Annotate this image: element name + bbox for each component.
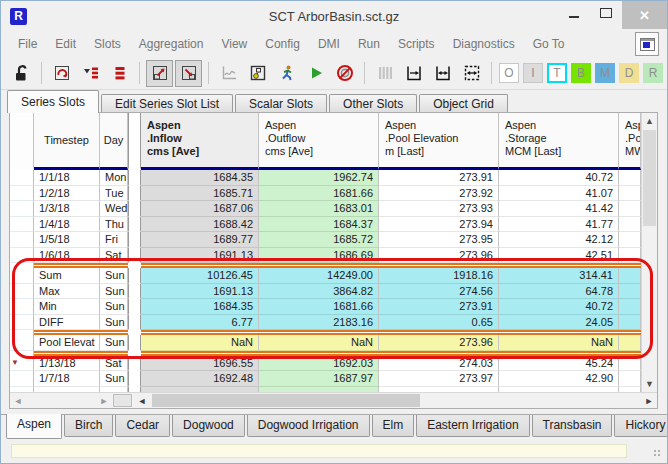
flag-button-d[interactable]: D	[619, 63, 639, 83]
row-margin-cell[interactable]	[10, 186, 34, 202]
value-cell[interactable]: 1692.03	[259, 356, 379, 372]
flag-button-r[interactable]: R	[643, 63, 663, 83]
timestep-cell[interactable]: 1/13/18	[34, 356, 100, 372]
object-tab-transbasin[interactable]: Transbasin	[532, 415, 613, 437]
value-cell[interactable]: 274.56	[379, 284, 499, 300]
value-cell[interactable]	[619, 371, 641, 387]
timestep-columns-button[interactable]	[371, 60, 398, 87]
value-cell[interactable]: 45.24	[499, 356, 619, 372]
value-cell[interactable]	[619, 201, 641, 217]
status-entry-field[interactable]	[11, 444, 627, 458]
value-cell[interactable]: 14249.00	[259, 268, 379, 284]
value-cell[interactable]: 1696.55	[141, 356, 259, 372]
close-button[interactable]: ✕	[622, 1, 667, 29]
value-cell[interactable]: 314.41	[499, 268, 619, 284]
value-cell[interactable]: 1684.35	[141, 170, 259, 186]
timestep-cell[interactable]: Pool Elevat	[34, 335, 100, 351]
run-control-button[interactable]	[273, 60, 300, 87]
day-cell[interactable]: Sun	[100, 371, 128, 387]
value-cell[interactable]: 273.91	[379, 299, 499, 315]
value-cell[interactable]: 40.72	[499, 299, 619, 315]
column-header--inflow[interactable]: Aspen.Inflowcms [Ave]	[141, 113, 259, 170]
day-cell[interactable]: Sun	[100, 268, 128, 284]
fit-visible-width-button[interactable]	[429, 60, 456, 87]
arrow-in-button[interactable]	[175, 60, 202, 87]
value-cell[interactable]: 42.12	[499, 232, 619, 248]
day-cell[interactable]: Sun	[100, 335, 128, 351]
plot-button[interactable]	[215, 60, 242, 87]
day-cell[interactable]: Thu	[100, 217, 128, 233]
value-cell[interactable]	[619, 268, 641, 284]
value-cell[interactable]	[619, 284, 641, 300]
menu-item-view[interactable]: View	[212, 37, 256, 51]
value-cell[interactable]: 0.65	[379, 315, 499, 331]
flag-button-m[interactable]: M	[595, 63, 615, 83]
value-cell[interactable]: 273.96	[379, 335, 499, 351]
value-cell[interactable]: 273.97	[379, 371, 499, 387]
value-cell[interactable]: 1686.69	[259, 248, 379, 264]
value-cell[interactable]: 1692.48	[141, 371, 259, 387]
rotate-red-button[interactable]	[48, 60, 75, 87]
resize-grip[interactable]	[653, 449, 662, 458]
tab-object-grid[interactable]: Object Grid	[419, 94, 508, 113]
timestep-cell[interactable]: 1/5/18	[34, 232, 100, 248]
menu-item-aggregation[interactable]: Aggregation	[130, 37, 213, 51]
column-header--storage[interactable]: Aspen.StorageMCM [Last]	[499, 113, 619, 170]
value-cell[interactable]: NaN	[499, 335, 619, 351]
scroll-up-icon[interactable]: ▲	[642, 113, 657, 129]
value-cell[interactable]: NaN	[141, 335, 259, 351]
vertical-scrollbar[interactable]: ▲ ▼	[641, 113, 657, 393]
open-object-button[interactable]	[244, 60, 271, 87]
value-cell[interactable]: 1962.74	[259, 170, 379, 186]
vertical-scrollbar-thumb[interactable]	[643, 130, 656, 226]
day-cell[interactable]: Sun	[100, 299, 128, 315]
row-margin-cell[interactable]: ▼	[10, 356, 34, 372]
tab-other-slots[interactable]: Other Slots	[329, 94, 417, 113]
row-margin-cell[interactable]	[10, 232, 34, 248]
value-cell[interactable]: 1689.77	[141, 232, 259, 248]
object-tab-eastern-irrigation[interactable]: Eastern Irrigation	[416, 415, 529, 437]
value-cell[interactable]: 42.90	[499, 371, 619, 387]
value-cell[interactable]: 3864.82	[259, 284, 379, 300]
tab-edit-series-slot-list[interactable]: Edit Series Slot List	[101, 94, 233, 113]
value-cell[interactable]: 273.96	[379, 248, 499, 264]
day-cell[interactable]: Tue	[100, 186, 128, 202]
frozen-columns-scrollbar[interactable]: ◄ ►	[10, 393, 112, 408]
value-cell[interactable]: 1684.37	[259, 217, 379, 233]
menu-item-dmi[interactable]: DMI	[309, 37, 349, 51]
value-cell[interactable]: 273.93	[379, 201, 499, 217]
value-cell[interactable]: 1691.13	[141, 284, 259, 300]
value-cell[interactable]: 1691.13	[141, 248, 259, 264]
horizontal-scrollbar-thumb[interactable]	[152, 394, 420, 407]
timestep-cell[interactable]: 1/3/18	[34, 201, 100, 217]
timestep-cell[interactable]: 1/6/18	[34, 248, 100, 264]
tab-scalar-slots[interactable]: Scalar Slots	[235, 94, 327, 113]
value-cell[interactable]: 1683.01	[259, 201, 379, 217]
value-cell[interactable]: 41.77	[499, 217, 619, 233]
row-margin-cell[interactable]	[10, 217, 34, 233]
object-tab-hickory[interactable]: Hickory	[614, 415, 668, 437]
main-horizontal-scrollbar[interactable]: ◄ ►	[134, 393, 657, 408]
row-margin-cell[interactable]	[10, 299, 34, 315]
value-cell[interactable]: 1685.71	[141, 186, 259, 202]
value-cell[interactable]: 273.92	[379, 186, 499, 202]
value-cell[interactable]	[619, 232, 641, 248]
value-cell[interactable]: 1687.97	[259, 371, 379, 387]
row-margin-cell[interactable]	[10, 201, 34, 217]
object-tab-dogwood-irrigation[interactable]: Dogwood Irrigation	[247, 415, 370, 437]
value-cell[interactable]: NaN	[259, 335, 379, 351]
column-header-day[interactable]: Day	[100, 113, 128, 170]
value-cell[interactable]: 2183.16	[259, 315, 379, 331]
value-cell[interactable]: 10126.45	[141, 268, 259, 284]
object-tab-dogwood[interactable]: Dogwood	[172, 415, 245, 437]
menu-item-diagnostics[interactable]: Diagnostics	[444, 37, 524, 51]
scroll-down-icon[interactable]: ▼	[642, 376, 657, 392]
riverware-window-button[interactable]	[635, 32, 659, 56]
value-cell[interactable]: 1681.66	[259, 186, 379, 202]
value-cell[interactable]: 1685.72	[259, 232, 379, 248]
menu-item-go-to[interactable]: Go To	[524, 37, 574, 51]
value-cell[interactable]: 42.51	[499, 248, 619, 264]
flag-button-o[interactable]: O	[499, 63, 519, 83]
value-cell[interactable]	[619, 356, 641, 372]
stop-run-button[interactable]	[331, 60, 358, 87]
